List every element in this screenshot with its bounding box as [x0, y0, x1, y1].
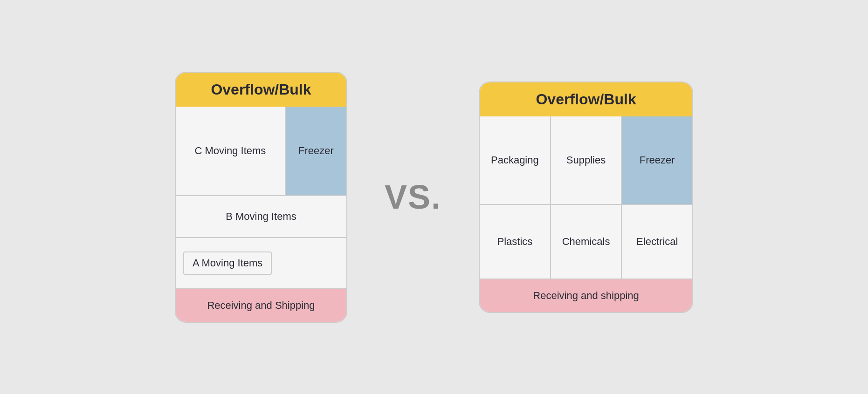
- electrical-text: Electrical: [636, 236, 678, 248]
- right-diagram-body: Packaging Supplies Freezer Plastics Chem…: [480, 116, 692, 312]
- right-header-text: Overflow/Bulk: [536, 91, 636, 108]
- receiving-left-text: Receiving and Shipping: [207, 299, 315, 312]
- supplies-text: Supplies: [566, 154, 606, 166]
- cell-b-moving: B Moving Items: [176, 196, 346, 238]
- right-top-row: Packaging Supplies Freezer: [480, 116, 692, 205]
- cell-electrical: Electrical: [622, 205, 692, 279]
- cell-a-moving-wrapper: A Moving Items: [183, 251, 272, 275]
- packaging-text: Packaging: [491, 154, 539, 166]
- left-diagram-body: C Moving Items Freezer B Moving Items A …: [176, 107, 346, 322]
- cell-freezer-left: Freezer: [286, 107, 346, 195]
- left-diagram-header: Overflow/Bulk: [176, 73, 346, 107]
- cell-c-moving: C Moving Items: [176, 107, 286, 195]
- cell-supplies: Supplies: [551, 116, 622, 204]
- cell-chemicals: Chemicals: [551, 205, 622, 279]
- a-moving-text: A Moving Items: [193, 257, 262, 269]
- left-bottom-section: A Moving Items: [176, 238, 346, 289]
- cell-packaging: Packaging: [480, 116, 551, 204]
- receiving-right-text: Receiving and shipping: [533, 290, 639, 302]
- cell-receiving-left: Receiving and Shipping: [176, 289, 346, 322]
- left-header-text: Overflow/Bulk: [211, 81, 311, 98]
- freezer-right-text: Freezer: [640, 154, 675, 166]
- right-diagram-header: Overflow/Bulk: [480, 82, 692, 116]
- left-top-row: C Moving Items Freezer: [176, 107, 346, 196]
- b-moving-text: B Moving Items: [226, 211, 296, 223]
- right-bottom-row: Plastics Chemicals Electrical: [480, 205, 692, 279]
- plastics-text: Plastics: [497, 236, 532, 248]
- right-diagram: Overflow/Bulk Packaging Supplies Freezer…: [479, 82, 693, 313]
- main-container: Overflow/Bulk C Moving Items Freezer B M…: [175, 72, 693, 323]
- freezer-left-text: Freezer: [298, 145, 334, 157]
- vs-label: VS.: [385, 178, 441, 216]
- c-moving-text: C Moving Items: [195, 145, 266, 157]
- chemicals-text: Chemicals: [562, 236, 610, 248]
- cell-receiving-right: Receiving and shipping: [480, 279, 692, 312]
- left-diagram: Overflow/Bulk C Moving Items Freezer B M…: [175, 72, 347, 323]
- cell-plastics: Plastics: [480, 205, 551, 279]
- cell-freezer-right: Freezer: [622, 116, 692, 204]
